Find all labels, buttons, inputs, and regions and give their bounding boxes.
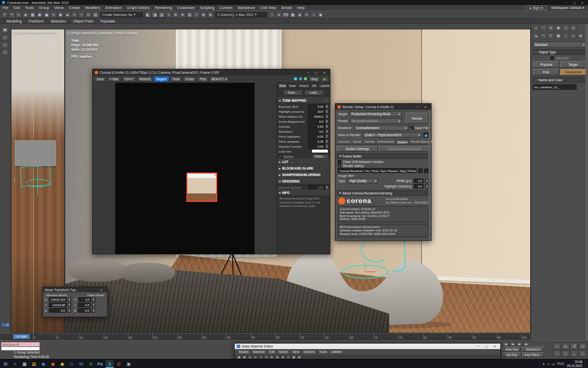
- taskbar-app-icon[interactable]: 3: [106, 360, 114, 368]
- menu-item[interactable]: Graph Editors: [125, 5, 152, 10]
- viewport-nav-button[interactable]: ○: [553, 350, 561, 357]
- offset-value-field[interactable]: 0,0: [78, 297, 91, 302]
- region-render-patch[interactable]: ✕: [186, 173, 217, 202]
- absolute-value-field[interactable]: 10415,204: [49, 297, 67, 302]
- taskbar-app-icon[interactable]: ▦: [20, 360, 28, 368]
- taskbar-app-icon[interactable]: ◉: [49, 360, 57, 368]
- timeline[interactable]: 0 / 100 05101520253035404550556065707580…: [0, 333, 531, 340]
- spinner[interactable]: [325, 144, 328, 149]
- command-panel-tab[interactable]: ≡: [570, 25, 577, 31]
- taskbar-app-icon[interactable]: C: [115, 360, 123, 368]
- sign-in-button[interactable]: ●Sign In: [526, 5, 547, 10]
- toolbar-icon[interactable]: ◈: [296, 11, 303, 18]
- toolbar-icon[interactable]: ◧: [145, 11, 151, 18]
- stop-render-button[interactable]: Stop: [308, 76, 320, 82]
- command-panel-tab[interactable]: ◉: [555, 25, 562, 31]
- toolbar-icon[interactable]: ●: [179, 11, 186, 18]
- close-button[interactable]: ✕: [422, 105, 429, 109]
- slate-menu-item[interactable]: Select: [277, 350, 290, 354]
- auto-key-button[interactable]: Auto Key: [502, 347, 521, 352]
- toolbar-icon[interactable]: ◐: [71, 11, 78, 18]
- viewport-layout-tab-icon[interactable]: [1, 323, 5, 327]
- viewport-label[interactable]: [+] [PhysCamera003] [Standard] [Default …: [67, 31, 137, 35]
- ribbon-tab[interactable]: Freeform: [25, 18, 47, 24]
- command-panel-tab[interactable]: ⊙: [548, 25, 554, 31]
- spinner[interactable]: [325, 129, 328, 134]
- config-load-button[interactable]: Load...: [304, 90, 324, 95]
- maximize-button[interactable]: ▢: [483, 345, 490, 348]
- config-save-button[interactable]: Save...: [283, 90, 303, 95]
- slate-menu-item[interactable]: Material: [251, 350, 267, 354]
- menu-item[interactable]: Help: [294, 5, 307, 10]
- info-section[interactable]: ▾ INFO: [277, 189, 330, 196]
- spinner[interactable]: [325, 104, 328, 109]
- toolbar-icon[interactable]: ▣: [43, 11, 50, 18]
- menu-item[interactable]: Scripting: [197, 5, 217, 10]
- slate-tool-icon[interactable]: ▣: [237, 355, 241, 359]
- enabled-check-icon[interactable]: ✓: [325, 99, 328, 102]
- object-type-rollout[interactable]: −Object Type: [533, 49, 587, 55]
- denoising-section[interactable]: ▾ DENOISING: [277, 178, 330, 184]
- object-type-button[interactable]: CoronaCam: [560, 69, 586, 75]
- menu-item[interactable]: Animation: [103, 5, 124, 10]
- toolbar-icon[interactable]: +: [78, 11, 85, 18]
- render-stamp-checkbox[interactable]: ✓: [338, 164, 341, 168]
- minimize-button[interactable]: —: [414, 105, 421, 109]
- preset-dropdown[interactable]: No preset selected▾: [350, 118, 402, 124]
- toolbar-icon[interactable]: ⊙: [85, 11, 92, 18]
- menu-item[interactable]: Rendering: [152, 5, 175, 10]
- color-tint-swatch[interactable]: [311, 149, 328, 153]
- render-setup-tab[interactable]: Render Elements: [409, 140, 435, 144]
- vfb-tab[interactable]: Stats: [288, 83, 297, 88]
- side-tool-icon[interactable]: ▣: [1, 27, 8, 33]
- slate-titlebar[interactable]: Slate Material Editor — ▢ ✕: [235, 344, 500, 349]
- slate-menu-item[interactable]: Edit: [267, 350, 277, 354]
- spinner[interactable]: [68, 297, 71, 302]
- render-button[interactable]: Render: [406, 113, 429, 124]
- parameter-value-field[interactable]: 6500,0: [308, 114, 325, 119]
- slate-tool-icon[interactable]: ▤: [275, 355, 280, 359]
- toolbar-icon[interactable]: ▦: [290, 11, 296, 18]
- selection-set-field[interactable]: Create Selection Se▾: [100, 12, 143, 17]
- side-tool-icon[interactable]: ◇: [1, 49, 8, 55]
- minimize-button[interactable]: —: [304, 71, 312, 74]
- highlight-clamping-field[interactable]: 0,0: [414, 184, 424, 188]
- spinner[interactable]: [68, 308, 71, 313]
- toolbar-icon[interactable]: ◔: [269, 11, 275, 18]
- parameter-value-field[interactable]: 0,30: [308, 139, 325, 144]
- target-dropdown[interactable]: Production Rendering Mode▾: [349, 111, 402, 117]
- side-tool-icon[interactable]: ◐: [1, 34, 8, 40]
- create-category-tab[interactable]: ≈: [570, 33, 577, 39]
- frame-buffer-rollout[interactable]: ▾Frame Buffer: [337, 153, 430, 159]
- stamp-option-button[interactable]: [424, 169, 429, 173]
- command-panel-tab[interactable]: □: [563, 25, 569, 31]
- lock-view-toggle[interactable]: ▣: [424, 133, 429, 138]
- vfb-titlebar[interactable]: Corona 6 (Hotfix 2) | 600x750px (1:1) | …: [93, 69, 330, 75]
- spinner[interactable]: [325, 139, 328, 144]
- toolbar-icon[interactable]: ▥: [158, 11, 165, 18]
- object-category-dropdown[interactable]: Standard▾: [533, 41, 587, 47]
- toolbar-icon[interactable]: ◑: [165, 11, 172, 18]
- menu-item[interactable]: Edit: [11, 5, 22, 10]
- absolute-value-field[interactable]: 0,0: [49, 308, 67, 313]
- vfb-tab[interactable]: History: [298, 83, 310, 88]
- parameter-value-field[interactable]: 20,0: [308, 109, 325, 114]
- spinner[interactable]: [325, 185, 328, 189]
- spinner[interactable]: [425, 184, 429, 188]
- taskbar-app-icon[interactable]: Ps: [96, 360, 104, 368]
- ribbon-tab[interactable]: Modeling: [3, 18, 25, 24]
- taskbar-app-icon[interactable]: ○: [11, 360, 19, 368]
- menu-item[interactable]: Views: [51, 5, 66, 10]
- vfb-toolbar-button[interactable]: Region: [154, 76, 169, 82]
- render-setup-tab[interactable]: Scene: [352, 140, 363, 144]
- toolbar-icon[interactable]: ≡: [303, 11, 310, 18]
- maximize-button[interactable]: ▢: [312, 71, 320, 74]
- parameter-value-field[interactable]: 0,0: [308, 129, 325, 134]
- close-button[interactable]: ✕: [491, 345, 498, 348]
- name-color-rollout[interactable]: −Name and Color: [533, 77, 587, 83]
- panel-scrollbar[interactable]: [586, 24, 588, 340]
- ribbon-tab[interactable]: Object Paint: [70, 18, 97, 24]
- ribbon-tab[interactable]: Selection: [47, 18, 70, 24]
- object-type-button[interactable]: Free: [533, 69, 559, 75]
- taskbar-app-icon[interactable]: ⊞: [1, 360, 9, 368]
